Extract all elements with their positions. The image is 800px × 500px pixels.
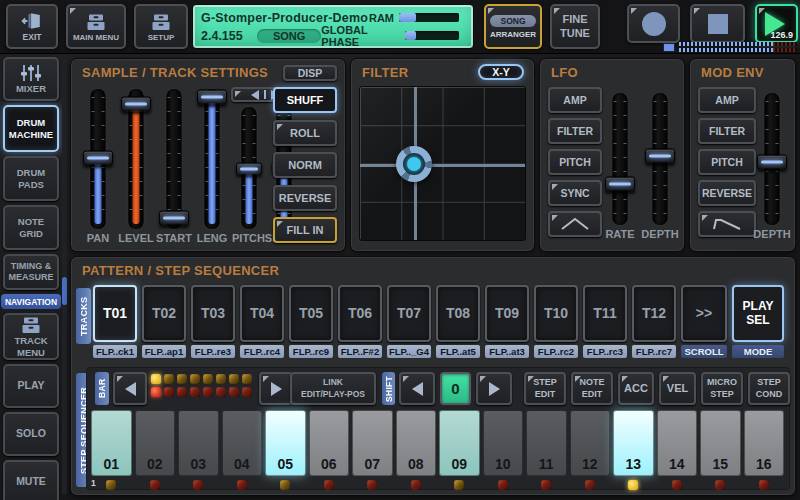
slider-handle[interactable]	[236, 163, 262, 176]
bar-led-flag[interactable]	[177, 387, 187, 397]
bar-led-flag[interactable]	[203, 374, 213, 384]
track-button-t11[interactable]: T11	[583, 285, 627, 342]
slider-handle[interactable]	[121, 97, 151, 112]
track-button-t08[interactable]: T08	[436, 285, 480, 342]
bar-led-flag[interactable]	[242, 387, 252, 397]
note-edit-button[interactable]: NOTE EDIT	[571, 372, 613, 405]
fine-tune-button[interactable]: FINE TUNE	[550, 4, 600, 49]
step-flag[interactable]	[498, 480, 508, 490]
track-button-t06[interactable]: T06	[338, 285, 382, 342]
track-button-t02[interactable]: T02	[142, 285, 186, 342]
norm-button[interactable]: NORM	[273, 152, 337, 178]
tracks-scroll-button[interactable]: >>	[681, 285, 727, 342]
step-11[interactable]: 11	[526, 410, 567, 476]
track-button-t03[interactable]: T03	[191, 285, 235, 342]
step-14[interactable]: 14	[657, 410, 698, 476]
roll-button[interactable]: ROLL	[273, 120, 337, 146]
link-edit-play-pos-button[interactable]: LINK EDIT/PLAY-POS	[290, 372, 376, 405]
step-flag[interactable]	[454, 480, 464, 490]
step-flag[interactable]	[541, 480, 551, 490]
step-13[interactable]: 13	[613, 410, 654, 476]
vel-button[interactable]: VEL	[659, 372, 696, 405]
sidebar-scrollbar[interactable]	[62, 58, 67, 495]
bar-led-flag[interactable]	[151, 387, 161, 397]
bar-next-button[interactable]	[259, 372, 293, 405]
sidebar-item-play[interactable]: PLAY	[3, 364, 59, 408]
sidebar-item-drum-pads[interactable]: DRUM PADS	[3, 156, 59, 201]
step-16[interactable]: 16	[744, 410, 785, 476]
track-button-t12[interactable]: T12	[632, 285, 676, 342]
step-flag[interactable]	[150, 480, 160, 490]
step-flag[interactable]	[585, 480, 595, 490]
step-04[interactable]: 04	[222, 410, 263, 476]
track-button-t04[interactable]: T04	[240, 285, 284, 342]
reverse-button[interactable]: REVERSE	[273, 185, 337, 211]
disp-button[interactable]: DISP	[283, 65, 337, 81]
acc-button[interactable]: ACC	[618, 372, 654, 405]
sidebar-scrollbar-thumb[interactable]	[62, 277, 67, 305]
bar-led-flag[interactable]	[177, 374, 187, 384]
fill-in-button[interactable]: FILL IN	[273, 217, 337, 243]
sidebar-item-timing-measure[interactable]: TIMING & MEASURE	[3, 254, 59, 290]
step-03[interactable]: 03	[178, 410, 219, 476]
step-09[interactable]: 09	[439, 410, 480, 476]
slider-start[interactable]	[155, 89, 193, 229]
bar-led-flag[interactable]	[164, 374, 174, 384]
step-07[interactable]: 07	[352, 410, 393, 476]
sidebar-item-mixer[interactable]: MIXER	[3, 57, 59, 101]
bar-led-flag[interactable]	[190, 374, 200, 384]
track-button-t05[interactable]: T05	[289, 285, 333, 342]
bar-led-flag[interactable]	[216, 374, 226, 384]
xy-cursor-puck[interactable]	[396, 146, 432, 182]
bar-prev-button[interactable]	[113, 372, 147, 405]
slider-leng[interactable]	[193, 89, 231, 229]
sidebar-item-note-grid[interactable]: NOTE GRID	[3, 205, 59, 250]
sidebar-item-mute[interactable]: MUTE	[3, 460, 59, 500]
micro-step-button[interactable]: MICRO STEP	[701, 372, 743, 405]
lfo-amp-button[interactable]: AMP	[548, 87, 602, 113]
xy-mode-button[interactable]: X-Y	[478, 64, 524, 80]
xy-pad[interactable]	[359, 86, 526, 241]
song-progress-strip[interactable]	[679, 42, 797, 53]
step-flag[interactable]	[193, 480, 203, 490]
step-02[interactable]: 02	[135, 410, 176, 476]
shift-right-button[interactable]	[476, 372, 512, 405]
lfo-pitch-button[interactable]: PITCH	[548, 149, 602, 175]
step-flag[interactable]	[411, 480, 421, 490]
mod-env-reverse-button[interactable]: REVERSE	[698, 180, 756, 206]
step-flag[interactable]	[672, 480, 682, 490]
mod-env-amp-button[interactable]: AMP	[698, 87, 756, 113]
bar-led-flag[interactable]	[216, 387, 226, 397]
slider-level[interactable]	[117, 89, 155, 229]
play-sel-mode-button[interactable]: PLAYSEL	[732, 285, 784, 342]
shift-left-button[interactable]	[399, 372, 435, 405]
bar-led-flag[interactable]	[229, 387, 239, 397]
song-arranger-button[interactable]: SONG ARRANGER	[484, 4, 542, 49]
step-08[interactable]: 08	[396, 410, 437, 476]
slider-rate[interactable]	[600, 93, 640, 225]
step-flag[interactable]	[324, 480, 334, 490]
main-menu-button[interactable]: MAIN MENU	[66, 4, 126, 49]
slider-handle[interactable]	[159, 210, 189, 225]
track-button-t01[interactable]: T01	[93, 285, 137, 342]
slider-handle[interactable]	[197, 90, 227, 105]
step-15[interactable]: 15	[700, 410, 741, 476]
mod-env-filter-button[interactable]: FILTER	[698, 118, 756, 144]
sidebar-item-track-menu[interactable]: TRACK MENU	[3, 313, 59, 360]
lfo-filter-button[interactable]: FILTER	[548, 118, 602, 144]
bar-led-flag[interactable]	[190, 387, 200, 397]
bar-led-flag[interactable]	[203, 387, 213, 397]
mod-env-pitch-button[interactable]: PITCH	[698, 149, 756, 175]
stop-button[interactable]	[690, 4, 745, 43]
step-12[interactable]: 12	[570, 410, 611, 476]
step-06[interactable]: 06	[309, 410, 350, 476]
sidebar-item-drum-machine[interactable]: DRUM MACHINE	[3, 105, 59, 152]
step-flag[interactable]	[106, 480, 116, 490]
step-flag[interactable]	[628, 480, 638, 490]
step-flag[interactable]	[715, 480, 725, 490]
bar-led-flag[interactable]	[151, 374, 161, 384]
sidebar-item-solo[interactable]: SOLO	[3, 412, 59, 456]
step-flag[interactable]	[759, 480, 769, 490]
bar-led-flag[interactable]	[242, 374, 252, 384]
slider-pitch[interactable]	[231, 107, 266, 229]
